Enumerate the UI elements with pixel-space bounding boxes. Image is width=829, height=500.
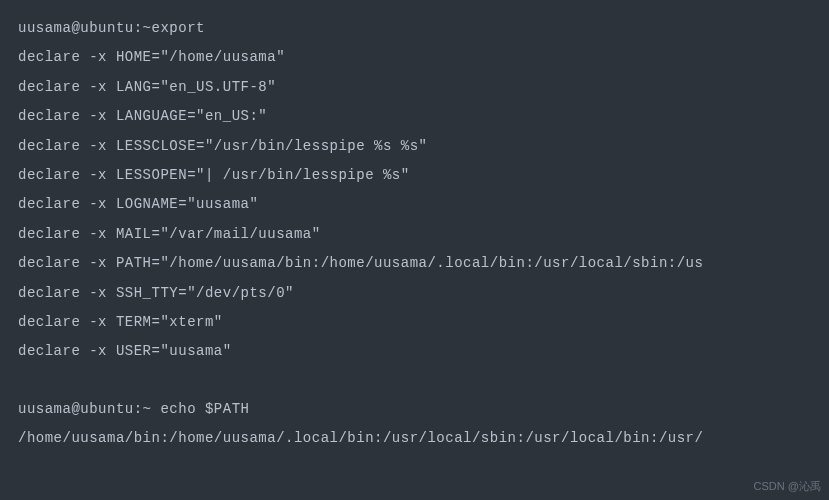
terminal-line: declare -x MAIL="/var/mail/uusama": [18, 220, 811, 249]
terminal-line: declare -x LANGUAGE="en_US:": [18, 102, 811, 131]
terminal-line: declare -x LOGNAME="uusama": [18, 190, 811, 219]
terminal-line: declare -x LESSOPEN="| /usr/bin/lesspipe…: [18, 161, 811, 190]
watermark-text: CSDN @沁禹: [754, 475, 821, 498]
terminal-line: /home/uusama/bin:/home/uusama/.local/bin…: [18, 424, 811, 453]
terminal-line: declare -x TERM="xterm": [18, 308, 811, 337]
terminal-line: declare -x LESSCLOSE="/usr/bin/lesspipe …: [18, 132, 811, 161]
terminal-line: uusama@ubuntu:~ echo $PATH: [18, 395, 811, 424]
terminal-output: uusama@ubuntu:~export declare -x HOME="/…: [18, 14, 811, 453]
terminal-line: declare -x SSH_TTY="/dev/pts/0": [18, 279, 811, 308]
terminal-line: declare -x PATH="/home/uusama/bin:/home/…: [18, 249, 811, 278]
terminal-line: uusama@ubuntu:~export: [18, 14, 811, 43]
terminal-line: declare -x HOME="/home/uusama": [18, 43, 811, 72]
terminal-blank-line: [18, 367, 811, 395]
terminal-line: declare -x USER="uusama": [18, 337, 811, 366]
terminal-line: declare -x LANG="en_US.UTF-8": [18, 73, 811, 102]
